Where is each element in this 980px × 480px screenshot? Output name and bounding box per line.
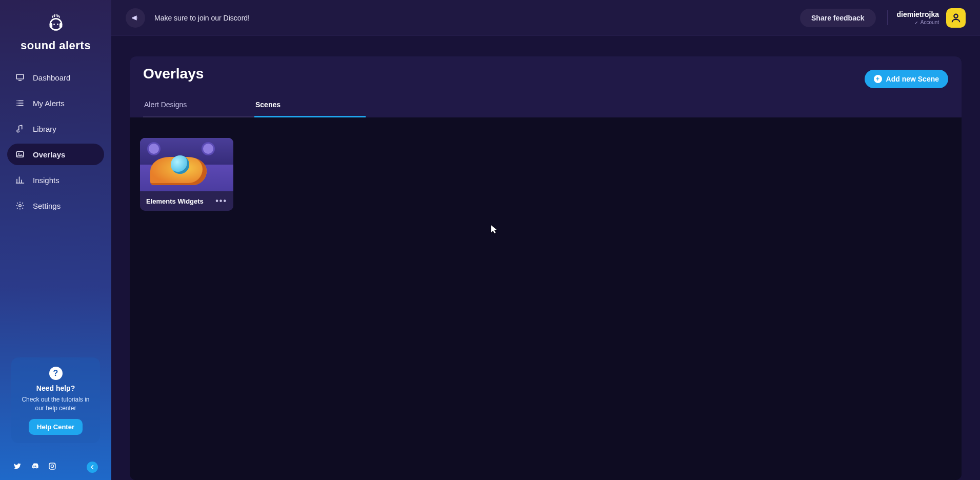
help-subtitle: Check out the tutorials in our help cent… bbox=[17, 395, 94, 413]
svg-point-4 bbox=[57, 24, 58, 25]
pencil-icon bbox=[914, 21, 918, 25]
twitter-icon[interactable] bbox=[13, 462, 22, 472]
nav-settings[interactable]: Settings bbox=[7, 195, 104, 216]
help-title: Need help? bbox=[17, 384, 94, 392]
instagram-icon[interactable] bbox=[48, 462, 56, 472]
account-block[interactable]: diemietrojka Account bbox=[887, 8, 966, 28]
help-center-button[interactable]: Help Center bbox=[29, 419, 83, 435]
nav-label: Overlays bbox=[33, 150, 65, 159]
svg-point-3 bbox=[53, 24, 55, 25]
svg-point-7 bbox=[18, 153, 19, 154]
nav-label: Dashboard bbox=[33, 73, 70, 82]
nav-label: Library bbox=[33, 125, 56, 133]
panel-header: Overlays + Add new Scene Alert Designs S… bbox=[130, 56, 962, 117]
chart-icon bbox=[15, 175, 25, 185]
list-icon bbox=[15, 98, 25, 108]
svg-point-8 bbox=[19, 205, 22, 207]
announcement[interactable]: Make sure to join our Discord! bbox=[126, 8, 250, 28]
nav-label: My Alerts bbox=[33, 99, 65, 108]
main: Make sure to join our Discord! Share fee… bbox=[111, 0, 980, 480]
avatar[interactable] bbox=[946, 8, 966, 28]
discord-icon[interactable] bbox=[31, 462, 39, 472]
tab-scenes[interactable]: Scenes bbox=[254, 95, 366, 117]
nav-my-alerts[interactable]: My Alerts bbox=[7, 92, 104, 114]
gear-icon bbox=[15, 201, 25, 210]
nav-label: Insights bbox=[33, 176, 59, 185]
tabs: Alert Designs Scenes bbox=[143, 95, 948, 117]
sidebar: sound alerts Dashboard My Alerts Library… bbox=[0, 0, 111, 480]
svg-point-11 bbox=[54, 464, 55, 465]
tab-alert-designs[interactable]: Alert Designs bbox=[143, 95, 254, 117]
scene-card[interactable]: Elements Widgets ••• bbox=[140, 138, 233, 211]
svg-point-10 bbox=[51, 465, 53, 467]
scene-more-button[interactable]: ••• bbox=[215, 196, 227, 206]
nav: Dashboard My Alerts Library Overlays Ins… bbox=[0, 67, 111, 221]
scene-name: Elements Widgets bbox=[146, 197, 204, 205]
share-feedback-button[interactable]: Share feedback bbox=[800, 9, 876, 27]
logo-text: sound alerts bbox=[0, 39, 111, 52]
nav-insights[interactable]: Insights bbox=[7, 169, 104, 191]
plus-icon: + bbox=[874, 75, 882, 83]
nav-library[interactable]: Library bbox=[7, 118, 104, 139]
nav-label: Settings bbox=[33, 202, 61, 210]
help-icon: ? bbox=[49, 367, 63, 380]
add-scene-label: Add new Scene bbox=[886, 75, 939, 83]
svg-rect-2 bbox=[59, 23, 62, 28]
topbar: Make sure to join our Discord! Share fee… bbox=[111, 0, 980, 36]
announcement-text: Make sure to join our Discord! bbox=[154, 14, 250, 22]
nav-overlays[interactable]: Overlays bbox=[7, 144, 104, 165]
page-title: Overlays bbox=[143, 66, 204, 82]
megaphone-icon bbox=[126, 8, 145, 28]
nav-dashboard[interactable]: Dashboard bbox=[7, 67, 104, 88]
account-sub: Account bbox=[897, 19, 939, 25]
scene-thumbnail bbox=[140, 138, 233, 191]
user-icon bbox=[950, 12, 962, 24]
image-icon bbox=[15, 150, 25, 159]
account-name: diemietrojka bbox=[897, 10, 939, 18]
overlays-panel: Overlays + Add new Scene Alert Designs S… bbox=[130, 56, 962, 480]
panel-body: Elements Widgets ••• bbox=[130, 117, 962, 480]
help-box: ? Need help? Check out the tutorials in … bbox=[11, 357, 100, 443]
music-note-icon bbox=[15, 124, 25, 133]
logo: sound alerts bbox=[0, 0, 111, 67]
social-row bbox=[0, 462, 111, 473]
svg-rect-5 bbox=[16, 74, 24, 79]
logo-icon bbox=[0, 12, 111, 35]
collapse-sidebar-button[interactable] bbox=[87, 462, 98, 473]
svg-point-12 bbox=[954, 14, 957, 17]
svg-rect-1 bbox=[49, 23, 52, 28]
screen-icon bbox=[15, 73, 25, 82]
add-new-scene-button[interactable]: + Add new Scene bbox=[865, 70, 948, 88]
